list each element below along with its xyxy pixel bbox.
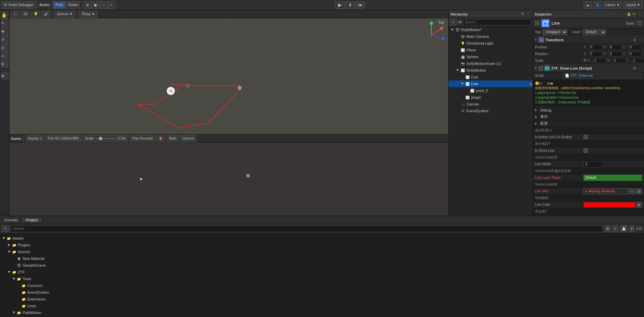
material-check-btn[interactable]: ✓: [629, 188, 635, 194]
project-save-btn[interactable]: 💾: [620, 225, 627, 232]
project-thumb-btn[interactable]: ⊞: [605, 225, 611, 232]
project-add-btn[interactable]: +: [2, 225, 9, 232]
project-list-btn[interactable]: ≡: [613, 225, 618, 232]
hierarchy-item-cart[interactable]: ⬜ Cart: [449, 74, 533, 80]
config-foldout[interactable]: 配置: [533, 120, 644, 127]
position-x-input[interactable]: [589, 45, 602, 50]
transform-all-tool[interactable]: ⧉: [1, 60, 8, 68]
inspector-more-btn[interactable]: ⋮: [637, 12, 642, 16]
scene-persp-btn[interactable]: Persp ▼: [79, 10, 97, 18]
scene-audio-btn[interactable]: 🔊: [42, 10, 50, 18]
material-select-btn[interactable]: ⊡: [636, 188, 642, 194]
uitoolkit-debugger-btn[interactable]: UI Toolkit Debugger: [1, 1, 36, 9]
project-item-plugins[interactable]: 📁 Plugins: [0, 242, 644, 248]
transform-settings[interactable]: ⚙: [632, 38, 637, 42]
mute-btn[interactable]: 🔇: [156, 135, 165, 142]
scene-camera-btn[interactable]: 🎥: [11, 10, 20, 18]
inspector-lock-btn[interactable]: 🔒: [627, 12, 631, 16]
project-item-extensions[interactable]: 📁 Extensions: [0, 296, 644, 302]
stats-btn[interactable]: Stats: [166, 135, 179, 142]
resolution-btn[interactable]: Full HD (1920x1080): [46, 135, 81, 142]
project-item-sample-scene[interactable]: 🎬 SampleScene: [0, 262, 644, 269]
layers-btn[interactable]: Layers ▼: [603, 1, 622, 9]
scale-btn[interactable]: Scale 0.34x: [83, 135, 128, 142]
tab-project[interactable]: Project: [22, 218, 42, 222]
project-item-zyf[interactable]: 📁 ZYF: [0, 269, 644, 275]
scale-tool[interactable]: ⊡: [1, 44, 8, 51]
rect-tool[interactable]: ▣: [91, 1, 99, 9]
transform-more[interactable]: ⋮: [638, 38, 643, 42]
project-item-scenes[interactable]: 📁 Scenes: [0, 248, 644, 255]
project-item-pathmotion[interactable]: 📁 PathMotion: [0, 309, 644, 316]
scene-viewport[interactable]: ✥ Top: [9, 18, 448, 134]
game-gizmos-btn[interactable]: Gizmos: [180, 135, 196, 142]
project-info-btn[interactable]: ℹ: [629, 225, 634, 232]
cloud-btn[interactable]: ☁: [584, 1, 592, 9]
position-z-input[interactable]: [628, 45, 642, 50]
zyf-settings[interactable]: ⚙: [632, 66, 637, 71]
script-value[interactable]: 📄 ZYF_DrawLine: [563, 73, 642, 79]
event-foldout[interactable]: 事件: [533, 114, 644, 120]
display-btn[interactable]: Display 1: [26, 135, 44, 142]
hierarchy-item-dir-light[interactable]: 💡 Directional Light: [449, 40, 533, 47]
transform-header[interactable]: ▼ ↔ Transform ⚙ ⋮: [533, 36, 644, 44]
global-btn[interactable]: Global: [65, 1, 80, 9]
project-item-new-material[interactable]: ⬟ New Material: [0, 255, 644, 262]
hierarchy-item-line[interactable]: ⬜ Line ▶: [449, 80, 533, 87]
project-item-eventsystem2[interactable]: 📁 EventSystem: [0, 289, 644, 296]
hierarchy-search-input[interactable]: [463, 19, 531, 25]
hierarchy-item-canvas[interactable]: ▭ Canvas: [449, 101, 533, 107]
hierarchy-item-plugin[interactable]: ⬜ plugin: [449, 94, 533, 101]
pause-btn[interactable]: ⏸: [345, 1, 355, 9]
transform-tool[interactable]: ↔: [100, 1, 108, 9]
color-edit-btn[interactable]: ⊞: [636, 202, 642, 208]
zyf-component-header[interactable]: ▼ C# ZYF_Draw Line (Script) ⚙ ⋮: [533, 64, 644, 72]
dot-tool[interactable]: •: [108, 1, 114, 9]
project-item-assets[interactable]: 📁 Assets: [0, 235, 644, 242]
cursor-tool[interactable]: ↖: [1, 20, 8, 27]
hierarchy-add-btn[interactable]: +: [450, 19, 457, 26]
scene-light-btn[interactable]: 💡: [31, 10, 40, 18]
hierarchy-item-eventsystem[interactable]: ⚙ EventSystem: [449, 107, 533, 114]
color-swatch[interactable]: [584, 202, 635, 208]
project-item-lines[interactable]: 📁 Lines: [0, 302, 644, 309]
inspector-settings-btn[interactable]: ⚙: [632, 12, 636, 16]
line-width-input[interactable]: [584, 161, 604, 167]
layer-dropdown[interactable]: Default: [583, 29, 606, 35]
zyf-active-checkbox[interactable]: [539, 66, 543, 71]
hierarchy-item-vcam[interactable]: 📷 DollyMotionVcam (1): [449, 60, 533, 67]
active-enable-checkbox[interactable]: [584, 135, 588, 139]
active-checkbox[interactable]: [535, 21, 539, 25]
hierarchy-item-dollymotion[interactable]: ⬜ DollyMotion: [449, 67, 533, 74]
hierarchy-item-point0[interactable]: ⬜ point_0: [449, 87, 533, 94]
layout-btn[interactable]: Layout ▼: [623, 1, 643, 9]
hierarchy-settings-btn[interactable]: ⚙: [520, 12, 525, 16]
play-btn[interactable]: ▶: [335, 1, 345, 9]
play-focused-btn[interactable]: Play Focused: [130, 135, 155, 142]
hierarchy-item-dollymotion-star[interactable]: 🎬 DollyMotion*: [449, 26, 533, 33]
hierarchy-item-plane[interactable]: ⬜ Plane: [449, 47, 533, 53]
account-btn[interactable]: 👤: [593, 1, 602, 9]
rotation-y-input[interactable]: [609, 51, 622, 57]
move-tool[interactable]: ✥: [1, 28, 8, 35]
tab-console[interactable]: Console: [0, 218, 22, 222]
material-field[interactable]: ● Missing (Material): [584, 188, 628, 194]
project-item-common[interactable]: 📁 Common: [0, 282, 644, 289]
hand-tool[interactable]: ✋: [1, 11, 8, 19]
debug-foldout[interactable]: Debug: [533, 107, 644, 114]
position-y-input[interactable]: [609, 45, 622, 50]
inspector-scroll[interactable]: ▼ ↔ Transform ⚙ ⋮ Position X: [533, 36, 644, 216]
grid-tool[interactable]: ⊞: [84, 1, 91, 9]
scale-x-input[interactable]: [593, 58, 607, 64]
scene-2d-btn[interactable]: 2D: [21, 10, 30, 18]
hierarchy-more-btn[interactable]: ⋮: [526, 12, 531, 16]
project-search-input[interactable]: [11, 225, 602, 232]
rotate-tool[interactable]: ↺: [1, 36, 8, 43]
hierarchy-item-sphere[interactable]: ⬤ Sphere: [449, 53, 533, 60]
scale-y-input[interactable]: [613, 58, 626, 64]
scale-slider-track[interactable]: [96, 138, 116, 139]
project-item-tools[interactable]: 📁 Tools: [0, 275, 644, 282]
layer-name-field[interactable]: Default: [584, 175, 642, 181]
show-line-checkbox[interactable]: [584, 148, 588, 153]
tag-dropdown[interactable]: Untagged: [542, 29, 567, 35]
